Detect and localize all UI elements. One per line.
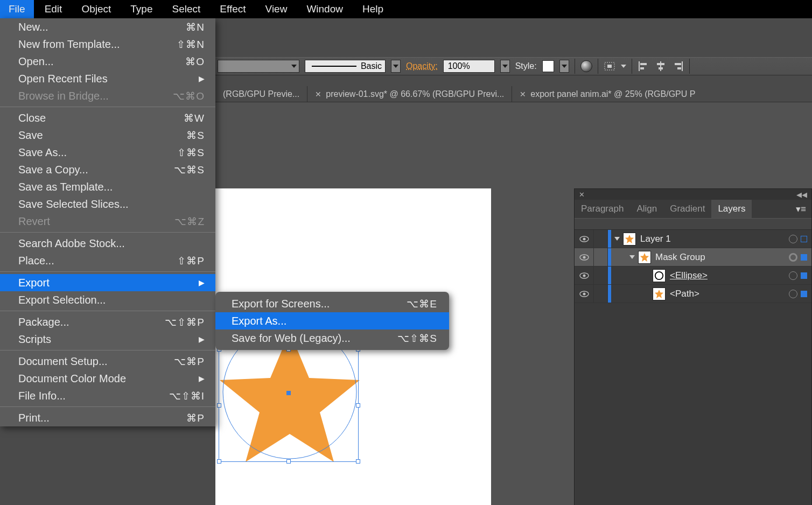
layer-name[interactable]: Layer 1 <box>640 234 789 244</box>
menu-file[interactable]: File <box>0 0 34 18</box>
menu-item[interactable]: Save as Template... <box>0 178 215 195</box>
style-swatch[interactable] <box>542 60 554 72</box>
menu-item[interactable]: Document Setup...⌥⌘P <box>0 353 215 370</box>
handle[interactable] <box>356 459 360 464</box>
handle[interactable] <box>286 459 291 464</box>
lock-toggle[interactable] <box>594 285 608 303</box>
menu-item[interactable]: File Info...⌥⇧⌘I <box>0 387 215 404</box>
visibility-toggle[interactable] <box>575 285 594 303</box>
menu-item[interactable]: Place...⇧⌘P <box>0 252 215 269</box>
layer-row[interactable]: <Path> <box>575 285 811 303</box>
menu-item[interactable]: Save a Copy...⌥⌘S <box>0 161 215 178</box>
close-icon[interactable]: ✕ <box>579 191 585 199</box>
close-icon[interactable]: ✕ <box>315 90 321 99</box>
stroke-preset-label: Basic <box>361 61 382 71</box>
selection-indicator[interactable] <box>801 272 807 279</box>
align-left-icon[interactable] <box>638 61 649 71</box>
target-icon[interactable] <box>789 253 797 262</box>
menu-edit[interactable]: Edit <box>36 0 71 18</box>
menu-item[interactable]: New...⌘N <box>0 18 215 36</box>
menu-item[interactable]: Scripts▶ <box>0 331 215 348</box>
menu-item[interactable]: Open Recent Files▶ <box>0 70 215 87</box>
layer-row[interactable]: <Ellipse> <box>575 266 811 285</box>
layer-row[interactable]: Layer 1 <box>575 230 811 248</box>
stroke-preset[interactable]: Basic <box>305 60 386 73</box>
fill-stroke-select[interactable] <box>218 60 299 73</box>
handle[interactable] <box>217 459 221 464</box>
selection-indicator[interactable] <box>801 236 807 242</box>
menu-item[interactable]: Search Adobe Stock... <box>0 235 215 252</box>
menu-item[interactable]: Close⌘W <box>0 109 215 127</box>
layer-name[interactable]: <Ellipse> <box>670 270 789 281</box>
menu-item[interactable]: Save As...⇧⌘S <box>0 144 215 161</box>
submenu-item[interactable]: Export As... <box>215 312 449 329</box>
tab-layers[interactable]: Layers <box>711 200 752 218</box>
menu-object[interactable]: Object <box>73 0 120 18</box>
svg-marker-22 <box>655 289 663 298</box>
selection-indicator[interactable] <box>801 291 807 297</box>
separator <box>0 107 215 107</box>
disclosure-triangle-icon[interactable] <box>614 237 620 241</box>
close-icon[interactable]: ✕ <box>520 90 526 99</box>
menu-type[interactable]: Type <box>122 0 161 18</box>
layer-name[interactable]: Mask Group <box>655 252 789 263</box>
visibility-toggle[interactable] <box>575 248 594 266</box>
menu-select[interactable]: Select <box>164 0 209 18</box>
menu-window[interactable]: Window <box>298 0 352 18</box>
target-icon[interactable] <box>789 235 797 243</box>
layer-name[interactable]: <Path> <box>670 289 789 299</box>
style-drop[interactable] <box>559 60 569 73</box>
chevron-down-icon[interactable] <box>621 65 626 68</box>
visibility-toggle[interactable] <box>575 266 594 284</box>
menu-item[interactable]: Save Selected Slices... <box>0 195 215 213</box>
layer-row[interactable]: Mask Group <box>575 248 811 266</box>
visibility-toggle[interactable] <box>575 230 594 248</box>
doc-tab[interactable]: ✕export panel anim.ai* @ 25% (RGB/GPU P <box>512 86 703 102</box>
lock-toggle[interactable] <box>594 230 608 248</box>
menu-item[interactable]: Export Selection... <box>0 291 215 308</box>
shortcut: ⌘S <box>186 129 205 142</box>
doc-tab[interactable]: ✕preview-01.svg* @ 66.67% (RGB/GPU Previ… <box>307 86 512 102</box>
menu-effect[interactable]: Effect <box>211 0 254 18</box>
menu-view[interactable]: View <box>257 0 296 18</box>
tab-paragraph[interactable]: Paragraph <box>575 200 630 218</box>
opacity-drop[interactable] <box>500 60 510 73</box>
menu-item[interactable]: Export▶ <box>0 274 215 291</box>
align-right-icon[interactable] <box>672 61 684 71</box>
opacity-label[interactable]: Opacity: <box>406 61 438 71</box>
recolor-icon[interactable] <box>580 60 592 72</box>
shortcut: ⌘N <box>186 21 205 33</box>
handle[interactable] <box>217 403 221 408</box>
tab-gradient[interactable]: Gradient <box>663 200 711 218</box>
menu-item[interactable]: New from Template...⇧⌘N <box>0 36 215 53</box>
lock-toggle[interactable] <box>594 248 608 266</box>
tab-align[interactable]: Align <box>630 200 663 218</box>
menu-help[interactable]: Help <box>354 0 392 18</box>
align-hcenter-icon[interactable] <box>655 61 667 71</box>
selection-indicator[interactable] <box>801 254 807 261</box>
submenu-item[interactable]: Save for Web (Legacy)...⌥⇧⌘S <box>215 329 449 347</box>
svg-rect-4 <box>640 67 644 69</box>
submenu-item-label: Export As... <box>232 315 286 327</box>
menu-item[interactable]: Document Color Mode▶ <box>0 370 215 387</box>
menu-item-label: File Info... <box>18 390 66 402</box>
target-icon[interactable] <box>789 290 797 298</box>
divider <box>575 59 575 74</box>
menu-item[interactable]: Print...⌘P <box>0 409 215 426</box>
layers-list: Layer 1Mask Group<Ellipse><Path> <box>575 230 811 303</box>
disclosure-triangle-icon[interactable] <box>629 255 635 259</box>
menu-item[interactable]: Open...⌘O <box>0 53 215 70</box>
target-icon[interactable] <box>789 271 797 280</box>
doc-tab[interactable]: (RGB/GPU Previe... <box>215 86 307 102</box>
align-to-selection-icon[interactable] <box>604 61 615 71</box>
stroke-preset-drop[interactable] <box>391 60 401 73</box>
handle[interactable] <box>356 403 360 408</box>
lock-toggle[interactable] <box>594 266 608 284</box>
opacity-field[interactable]: 100% <box>443 60 495 73</box>
menu-item[interactable]: Save⌘S <box>0 127 215 144</box>
separator <box>0 311 215 311</box>
menu-item[interactable]: Package...⌥⇧⌘P <box>0 313 215 331</box>
collapse-icon[interactable]: ◀◀ <box>796 191 807 199</box>
submenu-item[interactable]: Export for Screens...⌥⌘E <box>215 295 449 312</box>
panel-menu-icon[interactable]: ▾≡ <box>790 204 811 215</box>
